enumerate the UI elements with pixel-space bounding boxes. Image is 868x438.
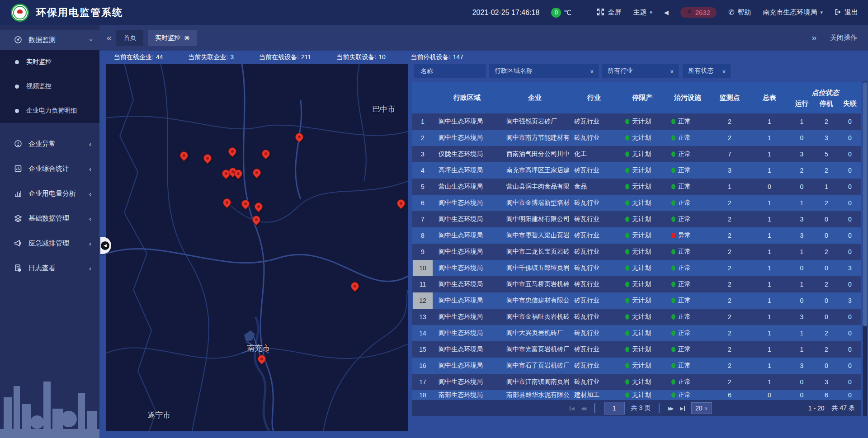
industry-filter-select[interactable]: 所有行业 ∨: [602, 64, 679, 78]
tabs-scroll-left-icon[interactable]: «: [107, 33, 112, 43]
table-row[interactable]: 8阆中生态环境局阆中市枣碧大梁山页岩砖瓦行业无计划异常21300: [412, 227, 861, 244]
stat-item: 当前在线设备:211: [259, 53, 311, 61]
close-icon[interactable]: ⊗: [184, 34, 190, 42]
row-number: 6: [421, 199, 425, 207]
cell-production-limit: 无计划: [619, 260, 665, 276]
name-filter[interactable]: [414, 64, 486, 78]
cell-running: 3: [789, 358, 814, 374]
page-number-input[interactable]: [604, 402, 625, 414]
cell-stopped: 5: [814, 146, 839, 162]
facility-text: 正常: [678, 391, 691, 399]
logout-button[interactable]: 退出: [835, 8, 858, 17]
table-row[interactable]: 14阆中生态环境局阆中大兴页岩机砖厂砖瓦行业无计划正常21120: [412, 325, 861, 341]
map-pin[interactable]: [222, 198, 231, 210]
sidebar-group[interactable]: 数据监测‹: [0, 30, 99, 50]
notification-badge[interactable]: 2632: [680, 7, 717, 18]
vertical-scrollbar[interactable]: [863, 81, 867, 416]
table-row[interactable]: 2阆中生态环境局阆中市南方节能建材有砖瓦行业无计划正常21030: [412, 130, 861, 146]
sidebar-subitem[interactable]: 视频监控: [0, 74, 99, 99]
sidebar-group[interactable]: 基础数据管理‹: [0, 208, 99, 228]
map-pin[interactable]: [295, 132, 304, 144]
map-pin[interactable]: [234, 169, 243, 181]
table-row[interactable]: 9阆中生态环境局阆中市二龙长宝页岩砖砖瓦行业无计划正常21120: [412, 244, 861, 260]
sidebar-group[interactable]: 应急减排管理‹: [0, 233, 99, 253]
table-row[interactable]: 13阆中生态环境局阆中市金福旺页岩机砖砖瓦行业无计划正常21300: [412, 309, 861, 325]
cell-total-meter: 1: [750, 276, 789, 292]
cell-monitor-points: 2: [710, 341, 750, 358]
status-dot-green: [625, 282, 629, 287]
facility-text: 正常: [678, 297, 691, 305]
cell-index: 2: [412, 130, 433, 146]
tab-home[interactable]: 首页: [116, 30, 143, 46]
fullscreen-button[interactable]: 全屏: [597, 8, 621, 17]
table-row[interactable]: 4高坪生态环境局南充市高坪区王家店建砖瓦行业无计划正常31220: [412, 162, 861, 179]
cell-production-limit: 无计划: [619, 211, 665, 227]
stat-item: 当前停机设备:147: [411, 53, 463, 61]
map-pin[interactable]: [203, 154, 212, 165]
scrollbar-thumb[interactable]: [863, 82, 867, 326]
map-pin[interactable]: [252, 215, 261, 227]
map-pin[interactable]: [261, 149, 270, 161]
map-pin[interactable]: [396, 199, 406, 211]
next-page-button[interactable]: ▶▶: [668, 406, 672, 411]
sidebar-subitem[interactable]: 企业电力负荷明细: [0, 99, 99, 123]
last-page-button[interactable]: ▶: [680, 406, 685, 411]
cell-disconnected: 0: [839, 162, 861, 179]
table-row[interactable]: 10阆中生态环境局阆中千佛镇五郎垭页岩砖瓦行业无计划正常21003: [412, 260, 861, 276]
cell-pollution-control: 正常: [665, 309, 710, 325]
map-pin[interactable]: [254, 202, 263, 214]
table-row[interactable]: 16阆中生态环境局阆中市石子页岩机砖厂砖瓦行业无计划正常21300: [412, 358, 861, 374]
table-row[interactable]: 1阆中生态环境局阆中强锐页岩砖厂砖瓦行业无计划正常21120: [412, 113, 861, 130]
cell-running: 2: [789, 162, 814, 179]
layers-icon: [14, 214, 23, 223]
sidebar-group[interactable]: 企业异常‹: [0, 134, 99, 154]
cell-monitor-points: 2: [710, 309, 750, 325]
cell-monitor-points: 7: [710, 146, 750, 162]
sidebar-group[interactable]: 企业用电量分析‹: [0, 184, 99, 203]
cell-total-meter: 1: [750, 113, 789, 130]
prev-page-button[interactable]: ◀◀: [581, 406, 585, 411]
close-operations-button[interactable]: 关闭操作: [830, 33, 857, 42]
theme-menu[interactable]: 主题 ▾: [633, 8, 652, 17]
table-row[interactable]: 12阆中生态环境局阆中市忠信建材有限公砖瓦行业无计划正常21003: [412, 292, 861, 309]
cell-enterprise: 阆中市五马桥页岩机砖: [501, 276, 569, 292]
cell-enterprise: 阆中市忠信建材有限公: [501, 292, 569, 309]
map-pin[interactable]: [241, 199, 250, 211]
tabs-scroll-right-icon[interactable]: »: [811, 33, 816, 43]
map-pin[interactable]: [228, 147, 237, 159]
map-pin[interactable]: [252, 168, 261, 180]
help-button[interactable]: ✆ 帮助: [728, 8, 751, 17]
map-pin[interactable]: [350, 282, 359, 293]
status-dot-green: [625, 135, 629, 141]
table-row[interactable]: 17阆中生态环境局阆中市江南镇阆南页岩砖瓦行业无计划正常21030: [412, 374, 861, 390]
tab-realtime-monitor[interactable]: 实时监控 ⊗: [148, 30, 197, 46]
table-row[interactable]: 11阆中生态环境局阆中市五马桥页岩机砖砖瓦行业无计划正常21120: [412, 276, 861, 292]
first-page-button[interactable]: ◀: [570, 406, 575, 411]
region-filter-select[interactable]: 行政区域名称 ∨: [489, 64, 599, 78]
sidebar-subitem[interactable]: 实时监控: [0, 50, 99, 74]
sidebar-group[interactable]: 日志查看‹: [0, 258, 99, 278]
sidebar-group[interactable]: 企业综合统计‹: [0, 159, 99, 179]
cell-pollution-control: 异常: [665, 227, 710, 244]
name-filter-input[interactable]: [420, 67, 481, 75]
map-pin[interactable]: [257, 354, 266, 366]
table-row[interactable]: 6阆中生态环境局阆中市金博瑞新型墙材砖瓦行业无计划正常21120: [412, 195, 861, 211]
table-row[interactable]: 18南部生态环境局南部县雄华水泥有限公建材加工无计划正常60060: [412, 390, 861, 400]
logout-icon: [835, 9, 841, 17]
mute-button[interactable]: ◀: [664, 9, 669, 16]
status-filter-select[interactable]: 所有状态 ∨: [683, 64, 731, 78]
table-row[interactable]: 3仪陇生态环境局西南油气田分公司川中化工无计划正常71350: [412, 146, 861, 162]
org-menu[interactable]: 南充市生态环境局 ▾: [763, 8, 823, 17]
header-disconnected: 失联: [839, 98, 861, 113]
cell-index: 4: [412, 162, 433, 179]
page-size-select[interactable]: 20 ∨: [691, 402, 712, 414]
cell-industry: 砖瓦行业: [569, 292, 619, 309]
facility-text: 正常: [678, 280, 691, 288]
header-index: [412, 82, 433, 113]
table-row[interactable]: 5营山生态环境局营山县润丰肉食品有限食品无计划正常10010: [412, 179, 861, 195]
table-row[interactable]: 7阆中生态环境局阆中明阳建材有限公司砖瓦行业无计划正常21300: [412, 211, 861, 227]
map-pin[interactable]: [179, 151, 189, 163]
table-row[interactable]: 15阆中生态环境局阆中市光富页岩机砖厂砖瓦行业无计划正常21120: [412, 341, 861, 358]
cell-disconnected: 0: [839, 227, 861, 244]
map-panel[interactable]: 巴中市南充市遂宁市: [106, 64, 408, 431]
